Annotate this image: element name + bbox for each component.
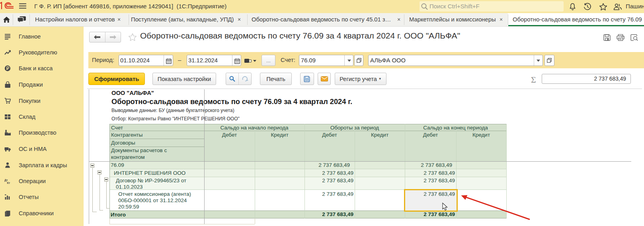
- svg-text:Кт: Кт: [7, 182, 10, 184]
